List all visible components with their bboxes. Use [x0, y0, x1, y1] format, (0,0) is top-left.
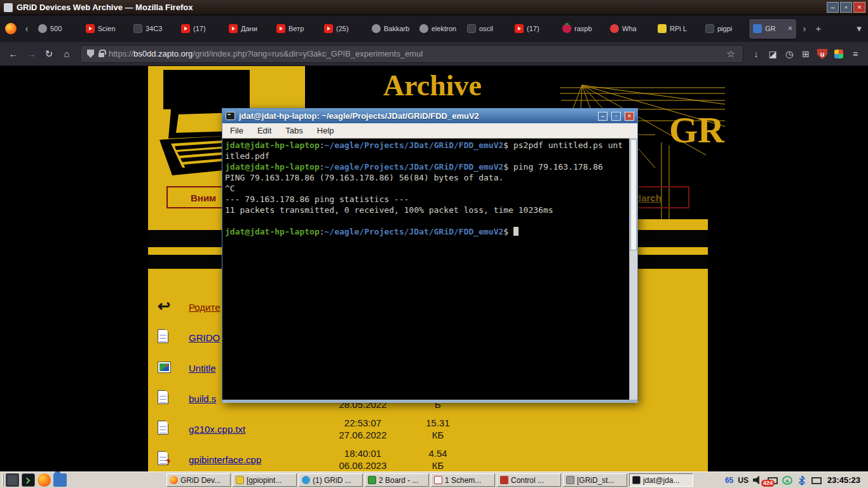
tab-label: elektron — [431, 25, 459, 32]
new-tab-button[interactable]: + — [812, 15, 825, 42]
tab-favicon — [705, 24, 714, 33]
browser-tab[interactable]: (25) × — [320, 19, 367, 39]
home-icon[interactable]: ⌂ — [58, 46, 75, 62]
terminal-body[interactable]: jdat@jdat-hp-laptop:~/eagle/Projects/JDa… — [222, 139, 637, 400]
terminal-menu-item[interactable]: Tabs — [285, 126, 302, 135]
browser-tab[interactable]: RPi L × — [654, 19, 701, 39]
terminal-titlebar[interactable]: jdat@jdat-hp-laptop: ~/eagle/Projects/JD… — [222, 109, 637, 123]
tab-favicon — [515, 24, 524, 33]
firefox-view-icon[interactable] — [5, 23, 17, 34]
browser-tab[interactable]: (17) × — [511, 19, 558, 39]
terminal-scrollbar[interactable] — [629, 139, 637, 400]
browser-tab[interactable]: raspb × — [559, 19, 606, 39]
files-launcher-icon[interactable] — [53, 473, 67, 487]
keyboard-layout-indicator[interactable]: US — [738, 476, 749, 485]
terminal-line: jdat@jdat-hp-laptop:~/eagle/Projects/JDa… — [225, 226, 627, 237]
terminal-launcher-icon[interactable] — [22, 473, 35, 487]
tab-label: pigpi — [717, 25, 745, 32]
browser-tab[interactable]: pigpi × — [702, 19, 749, 39]
browser-tab[interactable]: (17) × — [177, 19, 224, 39]
scroll-tabs-right-icon[interactable]: › — [798, 15, 811, 42]
browser-tab[interactable]: oscil × — [463, 19, 510, 39]
browser-tab[interactable]: elektron × — [416, 19, 463, 39]
tab-close-icon[interactable]: × — [788, 24, 792, 33]
taskbar-window-button[interactable]: jdat@jda... — [629, 473, 693, 487]
window-minimize-button[interactable]: – — [827, 2, 839, 13]
tracking-protection-shield-icon[interactable] — [87, 50, 94, 58]
tab-label: Дани — [241, 25, 268, 32]
taskbar-window-icon — [236, 476, 244, 484]
taskbar-window-button[interactable]: [GRiD_st... — [563, 473, 627, 487]
browser-tab[interactable]: Scien × — [82, 19, 129, 39]
url-bar[interactable]: https://bs0dd.zapto.org/grid/index.php?l… — [80, 45, 743, 63]
tab-list-dropdown-icon[interactable]: ▾ — [853, 15, 865, 42]
terminal-menu-item[interactable]: Help — [317, 126, 334, 135]
window-maximize-button[interactable]: ▫ — [840, 2, 852, 13]
file-size: 4.54КБ — [406, 447, 470, 471]
tab-favicon — [372, 24, 381, 33]
terminal-menu-item[interactable]: File — [230, 126, 243, 135]
file-link[interactable]: GRIDO — [189, 332, 220, 343]
browser-tab[interactable]: Ветр × — [273, 19, 320, 39]
taskbar-window-button[interactable]: 2 Board - ... — [365, 473, 429, 487]
terminal-maximize-button[interactable]: ▫ — [611, 112, 621, 121]
file-link[interactable]: g210x.cpp.txt — [189, 424, 245, 435]
terminal-minimize-button[interactable]: – — [598, 112, 607, 121]
bookmark-star-icon[interactable]: ☆ — [725, 48, 736, 60]
ublock-icon[interactable]: u — [815, 46, 830, 62]
scroll-tabs-left-icon[interactable]: ‹ — [20, 15, 33, 42]
browser-tab[interactable]: Bakkarb × — [368, 19, 415, 39]
padlock-icon[interactable] — [98, 53, 104, 57]
taskbar-window-button[interactable]: GRiD Dev... — [166, 473, 231, 487]
url-text[interactable]: https://bs0dd.zapto.org/grid/index.php?l… — [109, 49, 721, 58]
browser-tab[interactable]: Дани × — [225, 19, 272, 39]
firefox-launcher-icon[interactable] — [37, 473, 51, 487]
file-link[interactable]: Родите — [189, 302, 220, 313]
back-icon[interactable]: ← — [5, 46, 22, 62]
terminal-close-button[interactable]: × — [625, 112, 634, 121]
terminal-menu-item[interactable]: Edit — [257, 126, 271, 135]
bluetooth-icon[interactable] — [797, 475, 807, 485]
tab-favicon — [181, 24, 190, 33]
taskbar-window-button[interactable]: [gpiopint... — [233, 473, 297, 487]
window-close-button[interactable]: × — [853, 2, 865, 13]
system-tray: 65 US 424 23:45:23 — [722, 475, 866, 485]
file-link[interactable]: Untitle — [189, 363, 216, 374]
browser-tab[interactable]: 34C3 × — [130, 19, 177, 39]
downloads-icon[interactable]: ↓ — [749, 46, 764, 62]
taskbar-window-button[interactable]: Control ... — [497, 473, 561, 487]
browser-tab[interactable]: Wha × — [606, 19, 653, 39]
terminal-title: jdat@jdat-hp-laptop: ~/eagle/Projects/JD… — [239, 111, 594, 121]
tab-label: (25) — [336, 25, 363, 32]
reload-icon[interactable]: ↻ — [41, 46, 57, 62]
terminal-line: ^C — [225, 183, 627, 194]
browser-tab[interactable]: GR × — [749, 19, 796, 39]
menu-icon[interactable]: ≡ — [848, 46, 863, 62]
forward-icon[interactable]: → — [23, 46, 39, 62]
taskbar-window-button[interactable]: (1) GRiD ... — [299, 473, 363, 487]
tray-indicator: 65 — [725, 476, 733, 485]
terminal-line: jdat@jdat-hp-laptop:~/eagle/Projects/JDa… — [225, 161, 627, 172]
file-icon — [158, 451, 168, 465]
file-link[interactable]: gpibinterface.cpp — [189, 454, 261, 465]
terminal-window: jdat@jdat-hp-laptop: ~/eagle/Projects/JD… — [222, 108, 638, 403]
terminal-cursor — [513, 227, 519, 236]
taskbar-window-button[interactable]: 1 Schem... — [431, 473, 495, 487]
tab-favicon — [562, 24, 571, 33]
updates-icon[interactable] — [782, 476, 792, 485]
tab-label: Ветр — [288, 25, 316, 32]
browser-tab[interactable]: 500 × — [34, 19, 81, 39]
highlighter-extension-icon[interactable]: ◪ — [765, 46, 780, 62]
window-titlebar[interactable]: GRiD Devices Web Archive — Mozilla Firef… — [0, 0, 868, 15]
file-link[interactable]: build.s — [189, 393, 216, 404]
notice-link[interactable]: darch — [635, 193, 661, 203]
app-menu-icon[interactable] — [6, 473, 19, 487]
extensions-puzzle-icon[interactable]: ⊞ — [798, 46, 813, 62]
colorful-extension-icon[interactable] — [831, 46, 846, 62]
history-clock-icon[interactable]: ◷ — [782, 46, 797, 62]
taskbar-window-label: (1) GRiD ... — [313, 476, 351, 485]
network-icon[interactable] — [811, 477, 822, 484]
tab-label: oscil — [479, 25, 506, 32]
taskbar-window-icon — [368, 476, 376, 484]
desktop: GRiD Devices Web Archive — Mozilla Firef… — [0, 0, 868, 488]
